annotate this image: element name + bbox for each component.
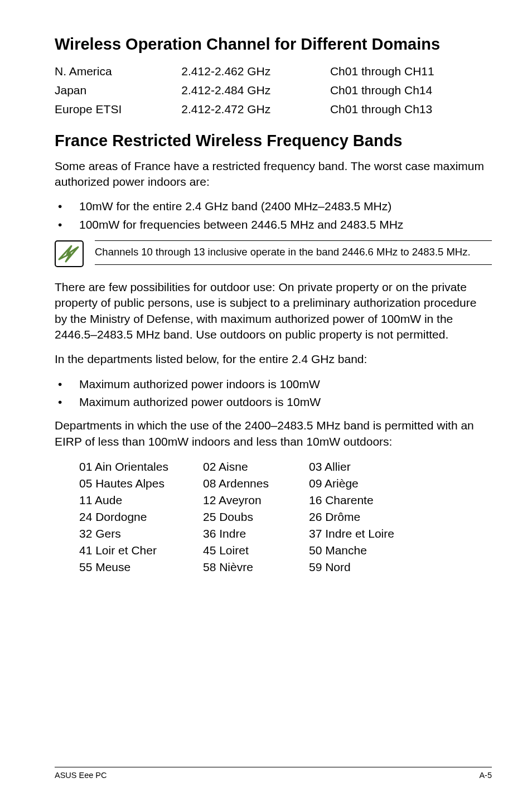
department-cell: 08 Ardennes (203, 475, 309, 492)
department-cell: 59 Nord (309, 559, 394, 576)
page: Wireless Operation Channel for Different… (0, 0, 532, 802)
region-cell: Japan (55, 81, 181, 100)
footer-left: ASUS Eee PC (55, 771, 107, 780)
list-item: 10mW for the entire 2.4 GHz band (2400 M… (55, 199, 492, 214)
department-cell: 37 Indre et Loire (309, 525, 394, 542)
region-cell: N. America (55, 62, 181, 81)
dept-band-para: Departments in which the use of the 2400… (55, 418, 492, 450)
department-cell: 41 Loir et Cher (79, 542, 203, 559)
heading-wireless: Wireless Operation Channel for Different… (55, 35, 492, 54)
footer-right: A-5 (479, 771, 492, 780)
table-row: 11 Aude12 Aveyron16 Charente (79, 492, 394, 509)
table-row: 01 Ain Orientales02 Aisne03 Allier (79, 458, 394, 475)
region-cell: Europe ETSI (55, 100, 181, 119)
note-box: Channels 10 through 13 inclusive operate… (55, 240, 492, 267)
table-row: 32 Gers36 Indre37 Indre et Loire (79, 525, 394, 542)
freq-cell: 2.412-2.484 GHz (181, 81, 330, 100)
table-row: N. America2.412-2.462 GHzCh01 through CH… (55, 62, 492, 81)
department-cell: 24 Dordogne (79, 509, 203, 525)
department-cell: 32 Gers (79, 525, 203, 542)
department-cell: 45 Loiret (203, 542, 309, 559)
table-row: 24 Dordogne25 Doubs26 Drôme (79, 509, 394, 525)
table-row: 05 Hautes Alpes08 Ardennes09 Ariège (79, 475, 394, 492)
freq-cell: 2.412-2.462 GHz (181, 62, 330, 81)
department-cell: 12 Aveyron (203, 492, 309, 509)
department-cell: 36 Indre (203, 525, 309, 542)
departments-table: 01 Ain Orientales02 Aisne03 Allier05 Hau… (79, 458, 394, 576)
france-limits-list: 10mW for the entire 2.4 GHz band (2400 M… (55, 199, 492, 233)
department-cell: 25 Doubs (203, 509, 309, 525)
note-text-wrap: Channels 10 through 13 inclusive operate… (95, 240, 492, 265)
department-cell: 03 Allier (309, 458, 394, 475)
table-row: 41 Loir et Cher45 Loiret50 Manche (79, 542, 394, 559)
note-icon (55, 240, 84, 267)
channel-cell: Ch01 through Ch13 (330, 100, 492, 119)
department-cell: 16 Charente (309, 492, 394, 509)
department-cell: 50 Manche (309, 542, 394, 559)
list-item: 100mW for frequencies between 2446.5 MHz… (55, 217, 492, 233)
department-cell: 01 Ain Orientales (79, 458, 203, 475)
dept-limits-list: Maximum authorized power indoors is 100m… (55, 376, 492, 410)
department-cell: 11 Aude (79, 492, 203, 509)
channel-cell: Ch01 through CH11 (330, 62, 492, 81)
department-cell: 09 Ariège (309, 475, 394, 492)
note-text: Channels 10 through 13 inclusive operate… (95, 245, 492, 259)
outdoor-para: There are few possibilities for outdoor … (55, 279, 492, 342)
department-cell: 05 Hautes Alpes (79, 475, 203, 492)
department-cell: 26 Drôme (309, 509, 394, 525)
france-intro: Some areas of France have a restricted f… (55, 158, 492, 190)
footer: ASUS Eee PC A-5 (55, 767, 492, 780)
list-item: Maximum authorized power outdoors is 10m… (55, 394, 492, 410)
table-row: Europe ETSI2.412-2.472 GHzCh01 through C… (55, 100, 492, 119)
table-row: 55 Meuse58 Nièvre59 Nord (79, 559, 394, 576)
heading-france: France Restricted Wireless Frequency Ban… (55, 131, 492, 151)
list-item: Maximum authorized power indoors is 100m… (55, 376, 492, 392)
department-cell: 55 Meuse (79, 559, 203, 576)
department-cell: 58 Nièvre (203, 559, 309, 576)
dept-intro: In the departments listed below, for the… (55, 351, 492, 367)
table-row: Japan2.412-2.484 GHzCh01 through Ch14 (55, 81, 492, 100)
freq-cell: 2.412-2.472 GHz (181, 100, 330, 119)
channel-cell: Ch01 through Ch14 (330, 81, 492, 100)
department-cell: 02 Aisne (203, 458, 309, 475)
channel-table: N. America2.412-2.462 GHzCh01 through CH… (55, 62, 492, 119)
